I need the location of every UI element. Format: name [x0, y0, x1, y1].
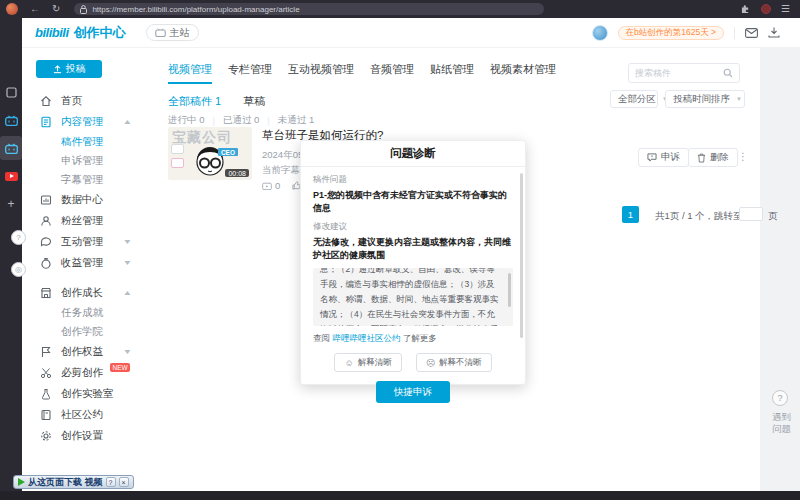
search-input[interactable]	[635, 68, 723, 78]
tab-interactive-video-mgmt[interactable]: 互动视频管理	[288, 62, 354, 84]
shop-icon	[39, 286, 52, 299]
chevron-down-icon: ▼	[123, 259, 133, 266]
sidebar-item-label: 字幕管理	[61, 173, 103, 187]
search-icon[interactable]	[723, 68, 733, 78]
sidebar-item-subtitle-mgmt[interactable]: 字幕管理	[22, 170, 155, 189]
page-jump-input[interactable]	[739, 207, 763, 221]
browser-bottom-edge	[0, 491, 800, 500]
download-bar-label: 从这页面下载 视频	[28, 476, 103, 489]
category-filter[interactable]: 全部分区 ▼	[610, 90, 658, 108]
refresh-icon[interactable]: ↻	[52, 4, 60, 14]
sidebar-item-label: 创作学院	[61, 325, 103, 339]
sidebar-item-interaction-mgmt[interactable]: 互动管理 ▼	[22, 231, 155, 252]
bilibili-tab-icon-active[interactable]	[0, 136, 22, 160]
rule-scrollbar[interactable]	[508, 273, 511, 307]
subtab-all[interactable]: 全部稿件 1	[168, 94, 221, 109]
flask-icon	[39, 387, 52, 400]
sidebar-item-appeal-mgmt[interactable]: 申诉管理	[22, 151, 155, 170]
sidebar-item-lab[interactable]: 创作实验室	[22, 383, 155, 404]
status-passed[interactable]: 已通过 0	[223, 114, 259, 127]
feedback-buttons: ☺ 解释清晰 ☹ 解释不清晰	[313, 353, 513, 372]
url-bar[interactable]: https://member.bilibili.com/platform/upl…	[74, 3, 544, 15]
modal-scrollbar[interactable]	[520, 173, 523, 338]
back-icon[interactable]: ←	[30, 4, 40, 14]
chevron-down-icon: ▼	[123, 348, 133, 355]
home-icon	[39, 94, 52, 107]
sidebar-item-label: 稿件管理	[61, 135, 103, 149]
play-count-value: 0	[275, 180, 280, 191]
more-actions-icon[interactable]: ⋮	[738, 151, 748, 162]
tab-audio-mgmt[interactable]: 音频管理	[370, 62, 414, 84]
community-pact-link[interactable]: 哔哩哔哩社区公约	[332, 333, 400, 343]
appeal-icon	[647, 153, 657, 162]
status-in-progress[interactable]: 进行中 0	[168, 114, 204, 127]
main-site-button[interactable]: 主站	[146, 24, 199, 41]
download-bar-help-button[interactable]: ?	[106, 477, 116, 487]
play-icon	[262, 182, 272, 190]
page-number-button[interactable]: 1	[622, 206, 639, 223]
tab-overview-icon[interactable]	[0, 80, 22, 104]
tab-video-mgmt[interactable]: 视频管理	[168, 62, 212, 84]
tab-material-mgmt[interactable]: 视频素材管理	[490, 62, 556, 84]
youtube-tab-icon[interactable]	[0, 164, 22, 188]
diagnosis-modal: 问题诊断 稿件问题 P1-您的视频中含有未经官方证实或不符合事实的信息 修改建议…	[300, 140, 526, 385]
sidebar-item-revenue-mgmt[interactable]: 收益管理 ▼	[22, 252, 155, 273]
message-icon[interactable]	[745, 28, 758, 38]
sidebar-item-label: 创作实验室	[61, 387, 114, 401]
bilibili-logo[interactable]: bilibili 创作中心	[35, 24, 126, 42]
browser-profile-avatar[interactable]	[6, 3, 18, 15]
extensions-icon[interactable]	[741, 4, 751, 14]
submit-video-button[interactable]: 投稿	[36, 60, 102, 78]
help-widget[interactable]: 遇到 问题	[772, 411, 791, 436]
status-failed[interactable]: 未通过 1	[278, 114, 314, 127]
extension-red-icon[interactable]	[761, 4, 771, 14]
appeal-button[interactable]: 申诉	[638, 148, 689, 167]
video-thumbnail[interactable]: 宝藏公司 CEO 00:08	[168, 127, 252, 180]
new-tab-icon[interactable]: +	[0, 192, 22, 216]
play-count: 0	[262, 180, 280, 191]
help-icon[interactable]: ?	[772, 390, 788, 406]
link-suffix: 了解更多	[403, 333, 437, 343]
download-bar-close-button[interactable]: ×	[119, 477, 129, 487]
sidebar-item-fans-mgmt[interactable]: 粉丝管理	[22, 210, 155, 231]
subtab-all-label: 全部稿件	[168, 95, 212, 107]
sidebar-item-creator-growth[interactable]: 创作成长 ▲	[22, 282, 155, 303]
quick-appeal-button[interactable]: 快捷申诉	[376, 381, 450, 403]
sidebar-item-label: 创作权益	[61, 345, 103, 359]
tab-sticker-mgmt[interactable]: 贴纸管理	[430, 62, 474, 84]
divider: |	[267, 115, 269, 126]
sidebar-item-label: 必剪创作	[61, 366, 103, 380]
delete-button[interactable]: 删除	[688, 148, 738, 167]
sort-filter[interactable]: 投稿时间排序 ▼	[665, 90, 745, 108]
rule-scrollbox[interactable]: 息；（2）通过断章取义、自由、篡改、误导等手段，编造与事实相悖的虚假信息；（3）…	[313, 268, 513, 326]
money-bag-icon	[39, 256, 52, 269]
sidebar-item-tasks[interactable]: 任务成就	[22, 303, 155, 322]
sidebar-item-data-center[interactable]: 数据中心	[22, 189, 155, 210]
tv-icon	[155, 28, 166, 37]
modal-title: 问题诊断	[301, 141, 525, 167]
download-extension-bar[interactable]: 从这页面下载 视频 ? ×	[13, 475, 134, 489]
creator-days-badge[interactable]: 在b站创作的第1625天 >	[618, 26, 724, 40]
sidebar-item-manuscript-mgmt[interactable]: 稿件管理	[22, 132, 155, 151]
sidebar-item-academy[interactable]: 创作学院	[22, 322, 155, 341]
download-icon[interactable]	[768, 27, 780, 38]
explain-clear-button[interactable]: ☺ 解释清晰	[334, 353, 401, 372]
sidebar-item-community-rules[interactable]: 社区公约	[22, 404, 155, 425]
bilibili-tab-icon[interactable]	[0, 108, 22, 132]
sidebar-item-settings[interactable]: 创作设置	[22, 425, 155, 446]
explain-unclear-button[interactable]: ☹ 解释不清晰	[416, 353, 492, 372]
sidebar-item-home[interactable]: 首页	[22, 90, 155, 111]
edge-widget-icon[interactable]: ◎	[11, 262, 26, 277]
sidebar-item-bijian[interactable]: 必剪创作 NEW	[22, 362, 155, 383]
subtab-draft[interactable]: 草稿	[243, 94, 265, 109]
sidebar-item-content-mgmt[interactable]: 内容管理 ▲	[22, 111, 155, 132]
edge-helper-icon[interactable]: ?	[11, 230, 26, 245]
user-avatar[interactable]	[592, 25, 608, 41]
sidebar-item-label: 任务成就	[61, 306, 103, 320]
tab-column-mgmt[interactable]: 专栏管理	[228, 62, 272, 84]
explain-unclear-label: 解释不清晰	[439, 357, 482, 369]
menu-icon[interactable]: ☰	[781, 4, 790, 14]
sidebar-item-creator-rights[interactable]: 创作权益 ▼	[22, 341, 155, 362]
sidebar-item-label: 互动管理	[61, 235, 103, 249]
trash-icon	[697, 153, 706, 163]
